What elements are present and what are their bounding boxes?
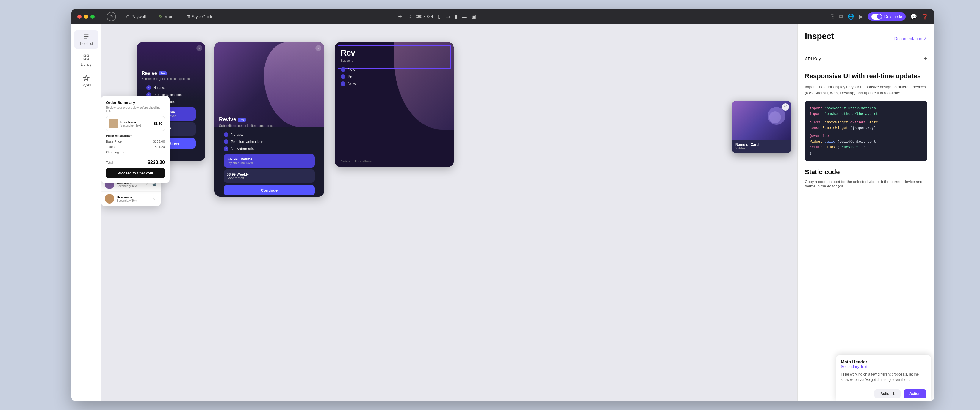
item-secondary: Secondary Text: [121, 124, 141, 127]
chat-secondary-text: Secondary Text: [841, 364, 926, 369]
documentation-label: Documentation: [894, 36, 922, 41]
chat-header: Main Header Secondary Text: [836, 355, 931, 372]
avatar-4: [105, 194, 114, 204]
code-line-6: Widget build (BuildContext cont: [810, 139, 922, 145]
heart-icon-4[interactable]: ♡: [151, 196, 157, 202]
content-area: Tree List Library Styles ×: [72, 24, 934, 401]
inbox-actions-4: ♡: [151, 196, 157, 202]
brand-row-2: Revive Pro: [219, 116, 320, 123]
inbox-name-4: Username: [117, 195, 137, 199]
traffic-light-green[interactable]: [91, 14, 95, 19]
sun-icon[interactable]: ☀: [398, 13, 402, 20]
price-breakdown-label: Price Breakdown: [106, 134, 165, 138]
desktop-icon-1[interactable]: ▯: [438, 14, 441, 19]
taxes-row: Taxes $24.20: [106, 144, 165, 149]
inbox-item-4[interactable]: Username Secondary Text ♡: [101, 192, 161, 206]
price-btn-weekly-2[interactable]: $3.99 Weekly Good to start: [224, 169, 315, 183]
phone-icon[interactable]: ▮: [455, 14, 457, 19]
code-spacer-1: [810, 117, 922, 120]
desktop-check-text-3: No w: [348, 82, 356, 86]
desktop-check-text-1: No c: [348, 67, 355, 71]
traffic-light-yellow[interactable]: [84, 14, 88, 19]
item-price: $1.50: [154, 122, 162, 125]
check-icon-2-3: ✓: [224, 146, 229, 151]
desktop-icon-2[interactable]: ▬: [462, 14, 467, 19]
checkout-button[interactable]: Proceed to Checkout: [106, 168, 165, 178]
check-item-1: ✓ No ads.: [142, 84, 200, 91]
inbox-sub-4: Secondary Text: [117, 199, 137, 202]
sidebar-item-tree-list[interactable]: Tree List: [75, 30, 98, 49]
card-info: Name of Card SubText: [732, 139, 791, 153]
dev-mode-toggle[interactable]: Dev mode: [868, 13, 905, 21]
tablet-icon[interactable]: ▭: [445, 14, 450, 19]
paywall2-content: Revive Pro Subscribe to get unlimited ex…: [214, 112, 324, 197]
check-icon-1: ✓: [146, 85, 151, 90]
base-price-label: Base Price: [106, 139, 122, 143]
desktop-restore-link[interactable]: Restore: [340, 160, 350, 163]
dev-mode-label: Dev mode: [885, 14, 902, 19]
monitor-icon[interactable]: ▣: [472, 14, 476, 19]
code-line-4: const RemoteWidget ({super.key}: [810, 125, 922, 131]
chat-body: I'll be working on a few different propo…: [836, 372, 931, 386]
close-btn-1[interactable]: ×: [196, 45, 202, 51]
globe-icon[interactable]: 🌐: [848, 13, 854, 20]
weekly-sub-2: Good to start: [227, 176, 312, 180]
card-heart-icon[interactable]: ♡: [782, 103, 789, 111]
desktop-check-2: ✓ Pre: [340, 74, 448, 79]
desktop-check-icon-2: ✓: [340, 74, 345, 79]
svg-rect-5: [84, 58, 85, 60]
chat-actions: Action 1 Action: [836, 386, 931, 401]
api-key-label: API Key: [805, 56, 821, 61]
check-item-2-3: ✓ No watermark.: [219, 145, 320, 152]
sidebar-item-library[interactable]: Library: [75, 51, 98, 70]
nav-tab-main[interactable]: ✎ Main: [156, 13, 176, 21]
total-row: Total $230.20: [106, 157, 165, 165]
code-line-8: }: [810, 150, 922, 156]
code-line-1: import 'package:flutter/material: [810, 106, 922, 111]
card-name: Name of Card: [735, 142, 788, 147]
card-subtext: SubText: [735, 147, 788, 150]
bubble-2: [769, 111, 781, 123]
add-icon[interactable]: +: [923, 55, 927, 62]
taxes-value: $24.20: [155, 145, 165, 149]
check-icon-2-1: ✓: [224, 132, 229, 137]
svg-rect-6: [87, 58, 88, 60]
order-title: Order Summary: [106, 100, 165, 105]
continue-btn-2[interactable]: Continue: [224, 185, 315, 195]
svg-rect-4: [87, 55, 88, 57]
check-label-2-1: No ads.: [231, 133, 243, 137]
nav-tab-style-guide[interactable]: ⊞ Style Guide: [184, 13, 216, 21]
action2-button[interactable]: Action: [904, 389, 926, 398]
nav-right: ⎘ ⧉ 🌐 ▶ Dev mode 💬 ❓: [831, 13, 928, 21]
desktop-brand: Rev: [340, 48, 448, 58]
inspect-header: Inspect Documentation ↗: [805, 32, 927, 46]
desktop-privacy-link[interactable]: Privacy Policy: [355, 160, 372, 163]
cleaning-fee-label: Cleaning Fee: [106, 150, 125, 154]
price-btn-lifetime-2[interactable]: $37.99 Lifetime Pay once use 4ever: [224, 154, 315, 168]
cleaning-fee-row: Cleaning Fee: [106, 149, 165, 155]
sidebar-library-label: Library: [81, 62, 92, 66]
chat-icon[interactable]: 💬: [910, 13, 917, 20]
section2-title: Static code: [805, 168, 927, 176]
documentation-link[interactable]: Documentation ↗: [894, 36, 927, 41]
svg-rect-3: [84, 55, 85, 57]
help-icon[interactable]: ❓: [922, 13, 928, 20]
inbox-text-4: Username Secondary Text: [117, 195, 137, 202]
traffic-light-red[interactable]: [77, 14, 81, 19]
sidebar-styles-label: Styles: [81, 83, 91, 87]
nav-tab-paywall[interactable]: ⊙ Paywall: [123, 13, 149, 21]
play-icon[interactable]: ▶: [859, 13, 863, 20]
sidebar-item-styles[interactable]: Styles: [75, 72, 98, 90]
device-frame-2: × Revive Pro Subscribe to get unlimited …: [214, 42, 324, 197]
style-guide-icon: ⊞: [186, 14, 190, 19]
close-btn-2[interactable]: ×: [315, 45, 321, 51]
desktop-check-1: ✓ No c: [340, 67, 448, 72]
nav-tab-paywall-label: Paywall: [132, 14, 146, 19]
paste-icon[interactable]: ⧉: [839, 13, 843, 20]
link-icon: ↗: [923, 36, 927, 41]
action1-button[interactable]: Action 1: [874, 389, 900, 398]
pro-badge-1: Pro: [159, 71, 167, 76]
item-name: Item Name: [121, 120, 141, 124]
moon-icon[interactable]: ☽: [407, 14, 411, 19]
copy-icon[interactable]: ⎘: [831, 13, 834, 20]
